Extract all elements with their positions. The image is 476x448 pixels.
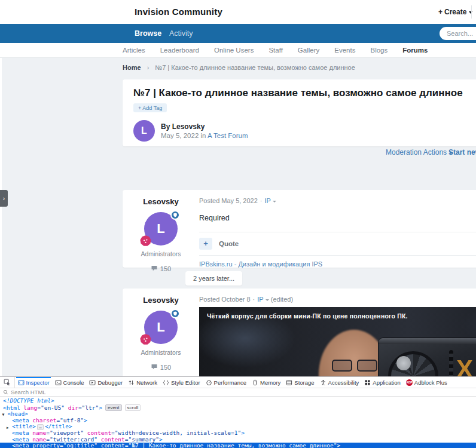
signature-link[interactable]: IPBskins.ru - Дизайн и модификация IPS <box>199 260 322 268</box>
post-author-link[interactable]: Lesovsky <box>132 197 190 206</box>
devtools-tab-memory[interactable]: Memory <box>249 377 283 388</box>
breadcrumb-home[interactable]: Home <box>123 64 141 71</box>
post-author-link[interactable]: Lesovsky <box>132 296 190 305</box>
post-card-1: Lesovsky L Administrators 150 Posted May… <box>123 190 476 268</box>
token-val: ="№7 | Какое-то длинное название темы, в… <box>125 442 337 448</box>
create-label: Create <box>444 8 466 16</box>
moderation-actions-button[interactable]: Moderation Actions <box>386 148 453 157</box>
moderation-actions-label: Moderation Actions <box>386 148 447 157</box>
devtools-tab-performance[interactable]: Performance <box>203 377 249 388</box>
token-attr: charset <box>29 417 57 424</box>
start-new-topic-button[interactable]: Start new topic <box>448 148 476 157</box>
sidebar-toggle-button[interactable]: › <box>0 190 8 207</box>
video-pc-case: X <box>379 338 476 376</box>
devtools-tab-accessibility[interactable]: Accessibility <box>317 377 362 388</box>
devtools-search-input[interactable] <box>11 389 190 395</box>
member-group-label: Administrators <box>132 250 190 257</box>
react-plus-button[interactable]: + <box>199 238 212 250</box>
token-attr: name <box>29 429 47 436</box>
devtools-tab-adblock-plus[interactable]: ABPAdblock Plus <box>403 377 450 388</box>
token-tag: > <box>241 429 245 436</box>
tree-row[interactable]: <html lang="en-US" dir="ltr">eventscroll <box>0 404 476 411</box>
search-icon <box>3 389 8 395</box>
memory-icon <box>252 379 258 386</box>
dot-separator: · <box>260 197 263 204</box>
site-title[interactable]: Invision Community <box>135 0 222 24</box>
pc-fan-hub <box>396 356 411 370</box>
rank-flower-icon <box>140 235 151 247</box>
quote-button[interactable]: Quote <box>219 240 239 247</box>
token-tag: <meta <box>12 417 29 424</box>
token-tag: > <box>99 404 102 410</box>
forum-link[interactable]: A Test Forum <box>208 132 248 139</box>
avatar[interactable]: L <box>133 120 155 142</box>
token-tag: > <box>337 442 340 448</box>
divider <box>199 232 476 232</box>
primary-nav-item-browse[interactable]: Browse <box>135 24 161 43</box>
topic-author-link[interactable]: Lesovsky <box>172 122 205 131</box>
primary-nav-item-activity[interactable]: Activity <box>169 24 193 43</box>
secondary-nav: ArticlesLeaderboardOnline UsersStaffGall… <box>0 43 476 58</box>
topic-author-row: L By Lesovsky May 5, 2022 in A Test Foru… <box>133 120 476 142</box>
devtools-tabbar: InspectorConsoleDebuggerNetworkStyle Edi… <box>0 377 476 388</box>
subnav-item-blogs[interactable]: Blogs <box>370 47 387 54</box>
subnav-item-online-users[interactable]: Online Users <box>214 47 254 54</box>
devtools-tab-storage[interactable]: Storage <box>283 377 317 388</box>
chevron-down-icon <box>273 201 276 202</box>
video-person-glasses <box>332 360 377 372</box>
devtools-tab-label: Accessibility <box>328 379 359 386</box>
token-val: ="og:title" <box>60 442 97 448</box>
tree-row[interactable]: <meta property="og:title" content="№7 | … <box>0 443 476 448</box>
token-val: ="ltr" <box>78 404 99 410</box>
pick-element-icon[interactable] <box>0 377 15 388</box>
devtools-tab-label: Memory <box>260 379 280 386</box>
tree-row[interactable]: <!DOCTYPE html> <box>0 398 476 404</box>
application-icon <box>364 379 371 386</box>
create-button[interactable]: +Create <box>438 0 472 24</box>
subnav-item-events[interactable]: Events <box>334 47 355 54</box>
token-tag: </title> <box>45 423 72 429</box>
network-icon <box>128 379 135 386</box>
embedded-video-thumbnail[interactable]: X Чёткий корпус для сборки мини-ПК по це… <box>199 307 476 376</box>
search-input[interactable] <box>440 27 476 40</box>
devtools-tab-debugger[interactable]: Debugger <box>87 377 126 388</box>
primary-nav: BrowseActivity <box>0 24 476 43</box>
post-count-badge: 150 <box>132 363 190 372</box>
browser-viewport: Invision Community +Create BrowseActivit… <box>0 0 476 376</box>
post-count-badge: 150 <box>132 265 190 273</box>
style-editor-icon <box>163 379 169 386</box>
accessibility-icon <box>320 379 327 386</box>
token-attr: property <box>29 442 60 448</box>
devtools-tab-inspector[interactable]: Inspector <box>15 377 52 388</box>
markup-tree: <!DOCTYPE html><html lang="en-US" dir="l… <box>0 397 476 448</box>
subnav-item-forums[interactable]: Forums <box>402 47 428 54</box>
pc-case-top <box>379 338 476 344</box>
plus-icon: + <box>438 8 443 16</box>
token-val: ="summary" <box>125 436 159 443</box>
devtools-tab-label: Adblock Plus <box>414 379 447 386</box>
token-attr: lang <box>20 404 38 410</box>
topic-actions-row: Moderation Actions Start new topic <box>123 148 476 158</box>
add-tag-button[interactable]: + Add Tag <box>133 103 167 112</box>
subnav-item-articles[interactable]: Articles <box>123 47 145 54</box>
post-author-pane: Lesovsky L Administrators 150 <box>132 197 190 273</box>
token-doctype: <!DOCTYPE html> <box>3 397 54 404</box>
token-attr: name <box>29 436 47 443</box>
devtools-tab-console[interactable]: Console <box>52 377 87 388</box>
devtools-tab-style-editor[interactable]: Style Editor <box>160 377 203 388</box>
speech-bubble-icon <box>151 363 158 372</box>
devtools-tab-network[interactable]: Network <box>126 377 160 388</box>
performance-icon <box>206 379 212 386</box>
subnav-item-leaderboard[interactable]: Leaderboard <box>160 47 199 54</box>
add-tag-label: Add Tag <box>142 105 162 111</box>
ip-link[interactable]: IP <box>265 197 271 204</box>
subnav-item-gallery[interactable]: Gallery <box>298 47 319 54</box>
ip-link[interactable]: IP <box>257 296 263 303</box>
post-content: Required <box>199 214 476 222</box>
devtools-tab-application[interactable]: Application <box>362 377 403 388</box>
posted-date: Posted October 8 <box>199 296 251 303</box>
devtools-tab-label: Style Editor <box>171 379 200 386</box>
breadcrumb-current: №7 | Какое-то длинное название темы, воз… <box>155 64 355 71</box>
subnav-item-staff[interactable]: Staff <box>268 47 282 54</box>
token-tag: > <box>159 436 163 443</box>
